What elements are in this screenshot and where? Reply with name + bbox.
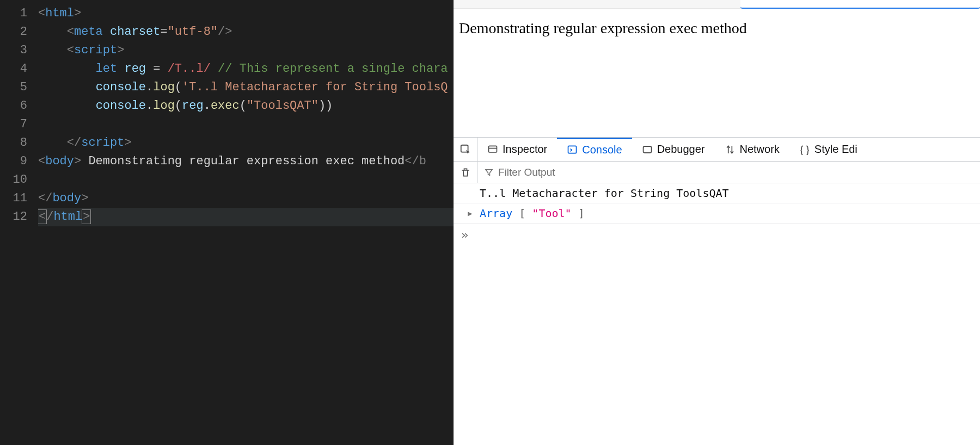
code-line[interactable]: let reg = /T..l/ // This represent a sin… (38, 60, 454, 78)
code-line[interactable]: </body> (38, 189, 454, 208)
tab-style-editor[interactable]: Style Edi (789, 138, 867, 161)
line-number: 6 (0, 97, 38, 115)
line-number: 5 (0, 78, 38, 97)
filter-icon (484, 168, 494, 177)
style-editor-icon (799, 144, 810, 155)
network-icon (725, 144, 736, 155)
code-line[interactable]: console.log(reg.exec("ToolsQAT")) (38, 97, 454, 115)
code-line[interactable]: console.log('T..l Metacharacter for Stri… (38, 78, 454, 97)
console-prompt[interactable]: » (454, 224, 980, 246)
line-number: 1 (0, 4, 38, 23)
code-line[interactable]: <html> (38, 4, 454, 23)
code-line[interactable] (38, 171, 454, 189)
line-number-gutter: 123456789101112 (0, 0, 38, 445)
filter-placeholder: Filter Output (498, 166, 555, 178)
line-number: 11 (0, 189, 38, 208)
clear-console-button[interactable] (454, 162, 477, 183)
line-number: 4 (0, 60, 38, 78)
line-number: 3 (0, 41, 38, 60)
tab-network-label: Network (740, 143, 780, 156)
tab-network[interactable]: Network (715, 138, 789, 161)
svg-rect-1 (489, 146, 497, 152)
console-icon (567, 144, 578, 155)
code-line[interactable]: <meta charset="utf-8"/> (38, 23, 454, 41)
page-body-text: Demonstrating regular expression exec me… (459, 20, 747, 36)
rendered-page: Demonstrating regular expression exec me… (454, 9, 980, 137)
disclosure-triangle-icon[interactable]: ▶ (468, 209, 472, 218)
tab-debugger[interactable]: Debugger (632, 138, 715, 161)
inspector-icon (487, 144, 498, 155)
debugger-icon (642, 144, 653, 155)
code-area[interactable]: <html> <meta charset="utf-8"/> <script> … (38, 0, 454, 445)
tab-inspector-label: Inspector (503, 143, 547, 156)
code-editor[interactable]: 123456789101112 <html> <meta charset="ut… (0, 0, 454, 445)
code-line[interactable]: <body> Demonstrating regular expression … (38, 152, 454, 171)
line-number: 9 (0, 152, 38, 171)
code-line[interactable]: </script> (38, 134, 454, 152)
line-number: 2 (0, 23, 38, 41)
console-toolbar: Filter Output (454, 162, 980, 183)
browser-pane: Demonstrating regular expression exec me… (454, 0, 980, 445)
code-line[interactable]: </html> (38, 208, 454, 226)
line-number: 10 (0, 171, 38, 189)
tab-console[interactable]: Console (557, 138, 632, 161)
devtools-tabbar: Inspector Console Debugger (454, 138, 980, 162)
tab-style-editor-label: Style Edi (814, 143, 857, 156)
svg-rect-4 (643, 146, 651, 153)
devtools-panel: Inspector Console Debugger (454, 137, 980, 445)
console-output[interactable]: T..l Metacharacter for String ToolsQAT▶A… (454, 183, 980, 445)
element-picker-button[interactable] (454, 138, 477, 161)
console-array-row[interactable]: ▶Array [ "Tool" ] (454, 203, 980, 224)
console-log-row: T..l Metacharacter for String ToolsQAT (454, 183, 980, 203)
tab-debugger-label: Debugger (657, 143, 705, 156)
line-number: 12 (0, 208, 38, 226)
tab-console-label: Console (582, 144, 622, 156)
svg-rect-3 (568, 146, 577, 153)
line-number: 8 (0, 134, 38, 152)
code-line[interactable] (38, 115, 454, 134)
console-filter[interactable]: Filter Output (477, 166, 980, 178)
line-number: 7 (0, 115, 38, 134)
browser-chrome (454, 0, 980, 9)
url-bar-highlight[interactable] (740, 0, 980, 9)
tab-inspector[interactable]: Inspector (477, 138, 557, 161)
code-line[interactable]: <script> (38, 41, 454, 60)
